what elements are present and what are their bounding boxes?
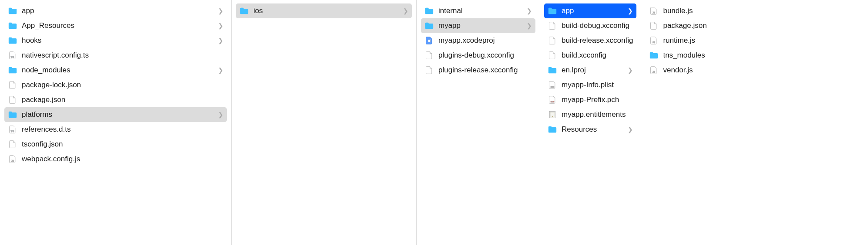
file-file-icon — [424, 51, 434, 60]
list-item[interactable]: package-lock.json — [4, 78, 227, 92]
folder-icon — [8, 65, 17, 75]
chevron-right-icon: ❯ — [527, 22, 532, 29]
item-label: package.json — [663, 21, 707, 30]
chevron-right-icon: ❯ — [218, 7, 223, 14]
list-item[interactable]: build-debug.xcconfig — [544, 18, 636, 33]
svg-text:TS: TS — [11, 130, 14, 133]
chevron-right-icon: ❯ — [218, 37, 223, 44]
folder-icon — [424, 21, 434, 31]
item-label: en.lproj — [562, 66, 625, 75]
folder-icon — [649, 51, 659, 60]
item-label: myapp-Info.plist — [562, 81, 633, 89]
list-item[interactable]: build-release.xcconfig — [544, 33, 636, 48]
list-item[interactable]: TSnativescript.config.ts — [4, 48, 227, 63]
chevron-right-icon: ❯ — [527, 7, 532, 14]
chevron-right-icon: ❯ — [628, 126, 633, 133]
list-item[interactable]: plugins-release.xcconfig — [421, 63, 535, 78]
list-item[interactable]: app❯ — [4, 3, 227, 18]
list-item[interactable]: package.json — [646, 18, 710, 33]
folder-icon — [8, 36, 17, 45]
js-file-icon: JS — [649, 6, 659, 16]
list-item[interactable]: tsconfig.json — [4, 137, 227, 152]
list-item[interactable]: myapp.xcodeproj — [421, 33, 535, 48]
item-label: package-lock.json — [22, 81, 223, 89]
list-item[interactable]: JSruntime.js — [646, 33, 710, 48]
file-file-icon — [548, 51, 557, 60]
list-item[interactable]: JSwebpack.config.js — [4, 152, 227, 167]
item-label: platforms — [22, 110, 215, 119]
file-file-icon — [548, 36, 557, 45]
list-item[interactable]: platforms❯ — [4, 107, 227, 122]
list-item[interactable]: node_modules❯ — [4, 63, 227, 78]
finder-column: app❯App_Resources❯hooks❯TSnativescript.c… — [0, 0, 232, 245]
file-file-icon — [649, 21, 659, 31]
item-label: App_Resources — [22, 21, 215, 30]
list-item[interactable]: App_Resources❯ — [4, 18, 227, 33]
list-item[interactable]: PLISTmyapp-Info.plist — [544, 78, 636, 92]
folder-icon — [239, 6, 249, 16]
svg-text:JS: JS — [653, 11, 656, 14]
pch-file-icon: pch — [548, 95, 557, 105]
item-label: webpack.config.js — [22, 155, 223, 163]
folder-icon — [424, 6, 434, 16]
chevron-right-icon: ❯ — [218, 67, 223, 74]
list-item[interactable]: hooks❯ — [4, 33, 227, 48]
svg-text:JS: JS — [653, 41, 656, 44]
item-label: app — [562, 7, 625, 15]
svg-text:PLIST: PLIST — [551, 86, 554, 88]
js-file-icon: JS — [649, 36, 659, 45]
folder-icon — [548, 125, 557, 134]
ts-file-icon: TS — [8, 51, 17, 60]
finder-column: app❯build-debug.xcconfigbuild-release.xc… — [540, 0, 641, 245]
list-item[interactable]: en.lproj❯ — [544, 63, 636, 78]
item-label: myapp — [438, 21, 524, 30]
item-label: hooks — [22, 36, 215, 45]
svg-text:pch: pch — [552, 101, 554, 102]
folder-icon — [8, 6, 17, 16]
item-label: bundle.js — [663, 7, 707, 15]
list-item[interactable]: pchmyapp-Prefix.pch — [544, 92, 636, 107]
svg-text:JS: JS — [653, 71, 656, 73]
finder-column: internal❯myapp❯myapp.xcodeprojplugins-de… — [417, 0, 540, 245]
list-item[interactable]: JSbundle.js — [646, 3, 710, 18]
file-file-icon — [424, 65, 434, 75]
js-file-icon: JS — [649, 65, 659, 75]
item-label: myapp.entitlements — [562, 110, 633, 119]
file-file-icon — [8, 80, 17, 90]
list-item[interactable]: internal❯ — [421, 3, 535, 18]
item-label: myapp.xcodeproj — [438, 36, 532, 45]
file-file-icon — [8, 140, 17, 149]
list-item[interactable]: package.json — [4, 92, 227, 107]
item-label: references.d.ts — [22, 125, 223, 134]
item-label: app — [22, 7, 215, 15]
finder-column: JSbundle.jspackage.jsonJSruntime.jstns_m… — [641, 0, 715, 245]
item-label: ios — [253, 7, 400, 15]
js-file-icon: JS — [8, 154, 17, 164]
item-label: tsconfig.json — [22, 140, 223, 149]
item-label: nativescript.config.ts — [22, 51, 223, 60]
entitlements-file-icon — [548, 110, 557, 119]
list-item[interactable]: ios❯ — [236, 3, 412, 18]
item-label: Resources — [562, 125, 625, 134]
list-item[interactable]: TSreferences.d.ts — [4, 122, 227, 137]
file-file-icon — [8, 95, 17, 105]
item-label: package.json — [22, 95, 223, 104]
list-item[interactable]: tns_modules — [646, 48, 710, 63]
list-item[interactable]: Resources❯ — [544, 122, 636, 137]
list-item[interactable]: build.xcconfig — [544, 48, 636, 63]
list-item[interactable]: myapp❯ — [421, 18, 535, 33]
list-item[interactable]: plugins-debug.xcconfig — [421, 48, 535, 63]
item-label: build-debug.xcconfig — [562, 21, 633, 30]
list-item[interactable]: myapp.entitlements — [544, 107, 636, 122]
item-label: vendor.js — [663, 66, 707, 75]
item-label: plugins-debug.xcconfig — [438, 51, 532, 60]
chevron-right-icon: ❯ — [403, 7, 408, 14]
list-item[interactable]: app❯ — [544, 3, 636, 18]
svg-point-10 — [552, 116, 553, 117]
list-item[interactable]: JSvendor.js — [646, 63, 710, 78]
item-label: internal — [438, 7, 524, 15]
chevron-right-icon: ❯ — [628, 7, 633, 14]
item-label: plugins-release.xcconfig — [438, 66, 532, 75]
item-label: node_modules — [22, 66, 215, 75]
chevron-right-icon: ❯ — [628, 67, 633, 74]
